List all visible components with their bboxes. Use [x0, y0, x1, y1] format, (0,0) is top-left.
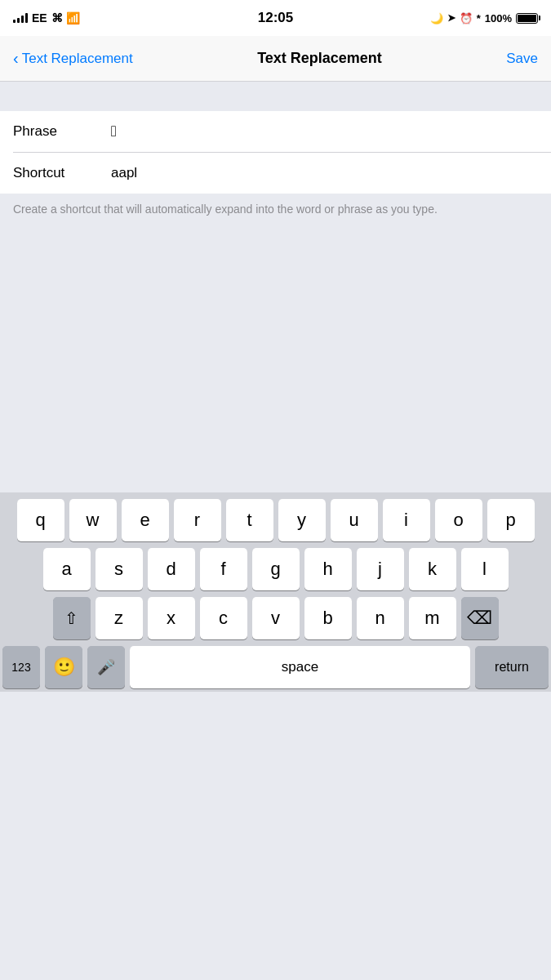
status-right: 🌙 ➤ ⏰ * 100%	[430, 12, 538, 24]
keyboard-row-2: a s d f g h j k l	[2, 548, 549, 590]
battery-percentage: 100%	[485, 12, 512, 24]
key-j[interactable]: j	[357, 548, 404, 590]
key-h[interactable]: h	[304, 548, 352, 590]
key-i[interactable]: i	[383, 499, 430, 541]
key-m[interactable]: m	[409, 597, 456, 639]
phrase-value: 	[111, 123, 538, 140]
alarm-icon: ⏰	[460, 12, 473, 24]
mic-key[interactable]: 🎤	[87, 646, 125, 688]
space-key[interactable]: space	[130, 646, 470, 688]
signal-icon	[13, 13, 28, 23]
key-v[interactable]: v	[252, 597, 300, 639]
keyboard-row-1: q w e r t y u i o p	[2, 499, 549, 541]
battery-icon	[516, 13, 538, 24]
section-gap-top	[0, 82, 551, 111]
phrase-row[interactable]: Phrase 	[0, 111, 551, 152]
keyboard-row-4: 123 🙂 🎤 space return	[2, 646, 549, 688]
nav-bar: ‹ Text Replacement Text Replacement Save	[0, 36, 551, 82]
keyboard-row-3: ⇧ z x c v b n m ⌫	[2, 597, 549, 639]
return-key[interactable]: return	[475, 646, 549, 688]
status-left: EE ⌘ 📶	[13, 11, 80, 24]
carrier-label: EE	[32, 11, 47, 24]
status-time: 12:05	[258, 10, 293, 26]
apple-logo-icon: 	[111, 122, 117, 140]
key-q[interactable]: q	[17, 499, 64, 541]
emoji-key[interactable]: 🙂	[45, 646, 82, 688]
backspace-key[interactable]: ⌫	[461, 597, 499, 639]
shift-icon: ⇧	[64, 608, 78, 628]
location-icon: ➤	[447, 12, 455, 24]
key-t[interactable]: t	[226, 499, 273, 541]
save-button[interactable]: Save	[506, 51, 538, 67]
key-y[interactable]: y	[278, 499, 326, 541]
key-d[interactable]: d	[148, 548, 195, 590]
shortcut-label: Shortcut	[13, 165, 111, 181]
status-bar: EE ⌘ 📶 12:05 🌙 ➤ ⏰ * 100%	[0, 0, 551, 36]
key-u[interactable]: u	[331, 499, 378, 541]
key-n[interactable]: n	[357, 597, 404, 639]
backspace-icon: ⌫	[467, 608, 492, 629]
numbers-key[interactable]: 123	[2, 646, 40, 688]
bluetooth-icon: *	[477, 12, 481, 24]
key-r[interactable]: r	[174, 499, 221, 541]
shortcut-row[interactable]: Shortcut aapl	[0, 153, 551, 194]
phrase-label: Phrase	[13, 123, 111, 140]
back-chevron-icon: ‹	[13, 50, 19, 66]
key-x[interactable]: x	[148, 597, 195, 639]
shortcut-value: aapl	[111, 165, 538, 181]
form-section: Phrase  Shortcut aapl	[0, 111, 551, 194]
key-a[interactable]: a	[43, 548, 91, 590]
key-b[interactable]: b	[304, 597, 352, 639]
content-area	[0, 231, 551, 492]
keyboard[interactable]: q w e r t y u i o p a s d f g h j k l ⇧ …	[0, 492, 551, 692]
moon-icon: 🌙	[430, 12, 443, 24]
key-z[interactable]: z	[96, 597, 143, 639]
helper-text: Create a shortcut that will automaticall…	[0, 194, 551, 231]
wifi-icon: ⌘ 📶	[51, 11, 80, 24]
key-c[interactable]: c	[200, 597, 247, 639]
key-w[interactable]: w	[69, 499, 117, 541]
nav-title: Text Replacement	[257, 50, 382, 67]
key-f[interactable]: f	[200, 548, 247, 590]
key-p[interactable]: p	[487, 499, 535, 541]
mic-icon: 🎤	[97, 658, 115, 676]
key-k[interactable]: k	[409, 548, 456, 590]
key-e[interactable]: e	[122, 499, 169, 541]
back-button[interactable]: ‹ Text Replacement	[13, 51, 133, 67]
key-l[interactable]: l	[461, 548, 509, 590]
back-label: Text Replacement	[22, 51, 133, 67]
key-o[interactable]: o	[435, 499, 482, 541]
key-g[interactable]: g	[252, 548, 300, 590]
shift-key[interactable]: ⇧	[53, 597, 91, 639]
key-s[interactable]: s	[96, 548, 143, 590]
